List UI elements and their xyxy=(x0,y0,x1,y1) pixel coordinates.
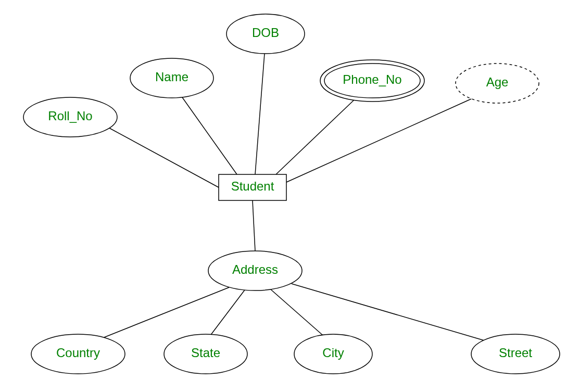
attr-age-label: Age xyxy=(486,75,509,89)
attr-name: Name xyxy=(130,58,213,98)
edge-student-name xyxy=(182,97,237,174)
edge-student-rollno xyxy=(109,128,219,187)
subattr-state: State xyxy=(164,334,247,374)
edge-student-age xyxy=(286,99,471,182)
attr-address: Address xyxy=(208,251,302,290)
attr-dob: DOB xyxy=(226,14,305,54)
subattr-street: Street xyxy=(471,334,560,374)
edge-address-street xyxy=(292,284,484,340)
attr-name-label: Name xyxy=(155,70,188,84)
attr-phone-no: Phone_No xyxy=(320,60,424,102)
attr-address-label: Address xyxy=(232,262,278,276)
subattr-city-label: City xyxy=(322,346,344,360)
attr-roll-no: Roll_No xyxy=(23,97,117,137)
subattr-street-label: Street xyxy=(499,346,532,360)
subattr-state-label: State xyxy=(191,346,220,360)
attr-dob-label: DOB xyxy=(252,26,279,40)
entity-student-label: Student xyxy=(231,179,274,193)
attr-roll-no-label: Roll_No xyxy=(48,109,92,123)
subattr-city: City xyxy=(294,334,372,374)
subattr-country-label: Country xyxy=(56,346,100,360)
edge-address-state xyxy=(211,290,245,335)
attr-age: Age xyxy=(456,64,539,103)
edge-address-city xyxy=(271,289,323,335)
edge-student-address xyxy=(253,200,255,251)
er-diagram: Student Roll_No Name DOB Phone_No Age Ad… xyxy=(0,0,579,392)
subattr-country: Country xyxy=(31,334,125,374)
entity-student: Student xyxy=(219,174,286,200)
edge-student-phone xyxy=(276,100,354,174)
attr-phone-no-label: Phone_No xyxy=(343,72,401,86)
edge-address-country xyxy=(104,287,229,337)
edge-student-dob xyxy=(255,54,265,174)
